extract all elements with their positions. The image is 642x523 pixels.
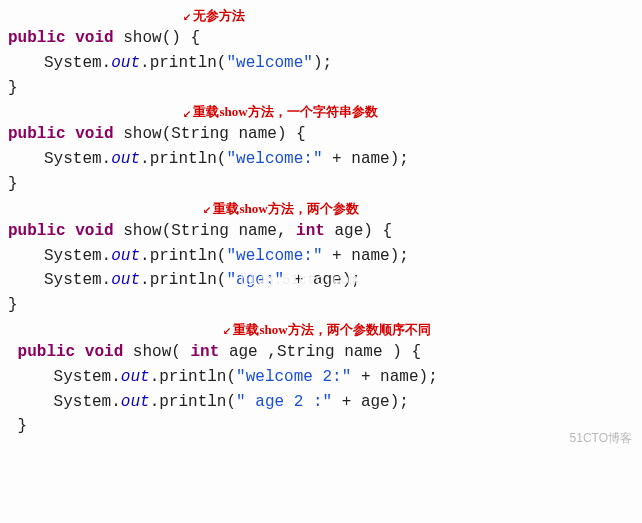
keyword-public: public bbox=[8, 29, 66, 47]
method-name: show bbox=[123, 29, 161, 47]
code-block-4: public void show( int age ,String name )… bbox=[8, 340, 634, 439]
arrow-icon: ↙ bbox=[183, 103, 191, 125]
annotation-text: 重载show方法，一个字符串参数 bbox=[193, 102, 377, 122]
annotation-two-params: ↙ 重载show方法，两个参数 bbox=[8, 201, 634, 219]
code-line: public void show(String name, int age) { bbox=[8, 219, 634, 244]
annotation-no-args: ↙ 无参方法 bbox=[8, 8, 634, 26]
annotation-one-string-param: ↙ 重载show方法，一个字符串参数 bbox=[8, 104, 634, 122]
code-line: System.out.println("welcome:" + name); bbox=[8, 147, 634, 172]
code-line: System.out.println("welcome:" + name); bbox=[8, 244, 634, 269]
code-line: System.out.println("welcome"); bbox=[8, 51, 634, 76]
string-literal: "welcome" bbox=[226, 54, 312, 72]
code-line: } bbox=[8, 293, 634, 318]
code-block-3: public void show(String name, int age) {… bbox=[8, 219, 634, 318]
code-line: } bbox=[8, 172, 634, 197]
arrow-icon: ↙ bbox=[223, 320, 231, 342]
code-block-2: public void show(String name) { System.o… bbox=[8, 122, 634, 196]
code-line: } bbox=[8, 76, 634, 101]
annotation-text: 重载show方法，两个参数 bbox=[213, 199, 358, 219]
arrow-icon: ↙ bbox=[183, 6, 191, 28]
keyword-void: void bbox=[75, 29, 113, 47]
code-line: System.out.println("welcome 2:" + name); bbox=[8, 365, 634, 390]
watermark-text: 51CTO博客 bbox=[570, 429, 632, 448]
annotation-text: 无参方法 bbox=[193, 6, 245, 26]
out-field: out bbox=[111, 54, 140, 72]
annotation-text: 重载show方法，两个参数顺序不同 bbox=[233, 320, 430, 340]
code-line: public void show(String name) { bbox=[8, 122, 634, 147]
code-line: public void show( int age ,String name )… bbox=[8, 340, 634, 365]
code-line: System.out.println("age:" + age); bbox=[8, 268, 634, 293]
code-line: } bbox=[8, 414, 634, 439]
code-line: System.out.println(" age 2 :" + age); bbox=[8, 390, 634, 415]
annotation-two-params-reversed: ↙ 重载show方法，两个参数顺序不同 bbox=[8, 322, 634, 340]
code-block-1: public void show() { System.out.println(… bbox=[8, 26, 634, 100]
code-line: public void show() { bbox=[8, 26, 634, 51]
arrow-icon: ↙ bbox=[203, 199, 211, 221]
